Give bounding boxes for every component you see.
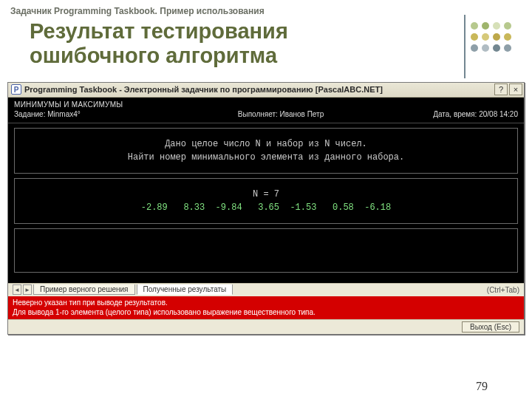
slide-title-line1: Результат тестирования — [30, 19, 288, 43]
close-button[interactable]: × — [509, 83, 522, 95]
titlebar[interactable]: P Programming Taskbook - Электронный зад… — [8, 83, 524, 98]
error-line-1: Неверно указан тип при выводе результато… — [13, 298, 519, 308]
executor-label: Выполняет: Иванов Петр — [162, 110, 400, 118]
window-title: Programming Taskbook - Электронный задач… — [24, 85, 493, 94]
n-value: N = 7 — [21, 189, 511, 200]
exit-button[interactable]: Выход (Esc) — [462, 321, 519, 332]
info-strip: МИНИМУМЫ И МАКСИМУМЫ Задание: Minmax4° В… — [8, 98, 524, 123]
decorative-divider — [464, 15, 466, 78]
slide-title: Результат тестирования ошибочного алгори… — [0, 19, 471, 69]
bottom-bar: Выход (Esc) — [8, 319, 524, 334]
tab-prev-button[interactable]: ◄ — [13, 284, 21, 295]
slide-header: Задачник Programming Taskbook. Пример ис… — [0, 6, 532, 16]
tab-shortcut-hint: (Ctrl+Tab) — [487, 286, 519, 294]
results-panel — [14, 228, 518, 273]
error-line-2: Для вывода 1-го элемента (целого типа) и… — [13, 307, 519, 318]
task-label: Задание: Minmax4° — [14, 110, 162, 118]
problem-panel: Дано целое число N и набор из N чисел. Н… — [14, 128, 518, 174]
slide-title-line2: ошибочного алгоритма — [30, 44, 277, 67]
datetime-label: Дата, время: 20/08 14:20 — [400, 110, 518, 118]
tabs-row: ◄ ► Пример верного решения Полученные ре… — [8, 283, 524, 296]
tab-correct-example[interactable]: Пример верного решения — [33, 284, 135, 295]
section-title: МИНИМУМЫ И МАКСИМУМЫ — [14, 100, 162, 109]
tab-next-button[interactable]: ► — [23, 284, 32, 295]
problem-line-1: Дано целое число N и набор из N чисел. — [21, 139, 511, 149]
taskbook-window: P Programming Taskbook - Электронный зад… — [7, 82, 525, 335]
values-line: -2.89 8.33 -9.84 3.65 -1.53 0.58 -6.18 — [21, 202, 511, 213]
tab-results[interactable]: Полученные результаты — [137, 284, 233, 295]
problem-line-2: Найти номер минимального элемента из дан… — [21, 152, 511, 163]
page-number: 79 — [476, 380, 488, 393]
decorative-dots — [471, 22, 511, 52]
app-icon: P — [11, 84, 21, 95]
error-bar: Неверно указан тип при выводе результато… — [8, 296, 524, 319]
data-panel: N = 7 -2.89 8.33 -9.84 3.65 -1.53 0.58 -… — [14, 178, 518, 224]
help-button[interactable]: ? — [494, 83, 508, 95]
